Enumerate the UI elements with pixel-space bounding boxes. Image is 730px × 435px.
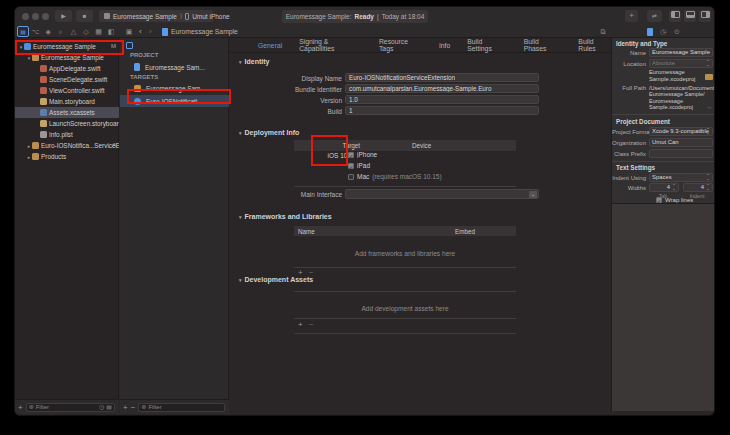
frameworks-empty-text: Add frameworks and libraries here bbox=[294, 250, 516, 257]
navigator-row-launchscreen-storyboard[interactable]: LaunchScreen.storyboard bbox=[15, 118, 119, 129]
tests-icon[interactable]: ◇ bbox=[80, 26, 92, 37]
navigator-row-euromessage-sample[interactable]: ▾Euromessage SampleM bbox=[15, 41, 119, 52]
target-name: Euro-IOSNotificati... bbox=[146, 98, 202, 105]
target-item-2[interactable]: Euro-IOSNotificati... bbox=[120, 95, 229, 107]
help-inspector-icon[interactable]: ⊙ bbox=[671, 26, 683, 37]
editor-layout-button[interactable]: ⇄ bbox=[647, 10, 662, 22]
close-button[interactable] bbox=[22, 13, 29, 20]
navigator-filter-field[interactable]: ⊛ Filter ◷ ▤ bbox=[26, 403, 115, 412]
file-name: SceneDelegate.swift bbox=[49, 76, 107, 83]
target-item-1[interactable]: Euromessage Sam... bbox=[120, 82, 229, 94]
name-label: Name bbox=[612, 50, 646, 56]
indent-using-dropdown[interactable]: Spaces⌃ ⌄ bbox=[649, 173, 713, 182]
location-dropdown[interactable]: Absolute⌃ ⌄ bbox=[649, 59, 713, 68]
name-field[interactable]: Euromessage Sample bbox=[649, 48, 713, 57]
target-name: Euromessage Sam... bbox=[146, 85, 206, 92]
remove-dev-asset-button[interactable]: − bbox=[309, 320, 314, 329]
display-name-label: Display Name bbox=[230, 75, 342, 82]
scm-status-icon[interactable]: ▤ bbox=[106, 403, 112, 411]
history-inspector-icon[interactable]: ◷ bbox=[657, 26, 669, 37]
mac-checkbox[interactable] bbox=[348, 174, 354, 180]
project-format-dropdown[interactable]: Xcode 9.3-compatible⌃ ⌄ bbox=[649, 127, 713, 136]
project-editor-sidebar-icon[interactable] bbox=[126, 42, 133, 49]
scheme-selector[interactable]: Euromessage Sample 〉 Umut iPhone bbox=[99, 10, 213, 22]
issues-icon[interactable]: △ bbox=[67, 26, 79, 37]
related-items-icon[interactable]: ▣ bbox=[123, 26, 135, 37]
tab-signing-capabilities[interactable]: Signing & Capabilities bbox=[299, 38, 362, 52]
source-control-icon[interactable]: ⌥ bbox=[30, 26, 42, 37]
file-name: Assets.xcassets bbox=[49, 109, 95, 116]
navigator-row-euro-iosnotifica-serviceextension[interactable]: ▸Euro-IOSNotifica...ServiceExtensionA bbox=[15, 140, 119, 151]
scheme-icon bbox=[104, 13, 110, 19]
navigator-row-info-plist[interactable]: Info.plist bbox=[15, 129, 119, 140]
stop-button[interactable]: ■ bbox=[76, 10, 93, 22]
recent-files-icon[interactable]: ◷ bbox=[99, 403, 104, 411]
project-navigator-icon[interactable]: ▤ bbox=[17, 26, 29, 37]
dev-assets-section-header[interactable]: ▾Development Assets bbox=[239, 276, 313, 283]
navigator-row-assets-xcassets[interactable]: Assets.xcassets bbox=[15, 107, 119, 118]
run-destination: Umut iPhone bbox=[192, 13, 230, 20]
indent-width-stepper[interactable]: 4⌃ ⌄ bbox=[683, 183, 713, 192]
add-file-button[interactable]: + bbox=[15, 400, 26, 415]
navigator-row-appdelegate-swift[interactable]: AppDelegate.swift bbox=[15, 63, 119, 74]
iphone-checkbox[interactable]: ✓ bbox=[348, 152, 354, 158]
remove-target-button[interactable]: − bbox=[131, 400, 139, 415]
bundle-identifier-field[interactable]: com.umutcanalparslan.Euromessage-Sample.… bbox=[345, 84, 539, 93]
add-editor-button[interactable]: + bbox=[625, 10, 638, 22]
toggle-inspector-button[interactable] bbox=[699, 10, 711, 22]
symbols-icon[interactable]: ◈ bbox=[42, 26, 54, 37]
find-icon[interactable]: ⌕ bbox=[55, 26, 67, 37]
open-path-arrow-icon[interactable]: → bbox=[706, 104, 712, 110]
file-inspector-icon[interactable] bbox=[647, 28, 653, 36]
frameworks-section-header[interactable]: ▾Frameworks and Libraries bbox=[239, 213, 332, 220]
add-dev-asset-button[interactable]: + bbox=[298, 320, 303, 329]
tab-build-phases[interactable]: Build Phases bbox=[524, 38, 562, 52]
navigator-row-viewcontroller-swift[interactable]: ViewController.swift bbox=[15, 85, 119, 96]
navigator-row-products[interactable]: ▸Products bbox=[15, 151, 119, 162]
file-name: Euromessage Sample bbox=[41, 54, 104, 61]
add-target-button[interactable]: + bbox=[120, 400, 131, 415]
device-row-ipad: ✓iPad bbox=[348, 162, 370, 169]
navigator-row-main-storyboard[interactable]: Main.storyboard bbox=[15, 96, 119, 107]
navigator-bar: ▤⌥◈⌕△◇▦◧ ▣ ‹ › Euromessage Sample ⧉ ◷ ⊙ bbox=[15, 25, 714, 38]
minimize-button[interactable] bbox=[32, 13, 39, 20]
main-interface-dropdown[interactable]: ⌄ bbox=[345, 189, 539, 199]
inspector-library-area bbox=[612, 203, 715, 411]
tab-info[interactable]: Info bbox=[439, 42, 450, 49]
toggle-navigator-button[interactable] bbox=[669, 10, 681, 22]
tab-build-settings[interactable]: Build Settings bbox=[467, 38, 506, 52]
toggle-debug-area-button[interactable] bbox=[684, 10, 696, 22]
forward-button[interactable]: › bbox=[149, 26, 152, 37]
breakpoints-icon[interactable]: ◧ bbox=[105, 26, 117, 37]
project-file-icon bbox=[134, 63, 140, 71]
text-settings-header: Text Settings bbox=[616, 164, 655, 171]
activity-status: Euromessage Sample: Ready | Today at 18:… bbox=[282, 10, 428, 23]
deployment-section-header[interactable]: ▾Deployment Info bbox=[239, 129, 299, 136]
navigator-row-scenedelegate-swift[interactable]: SceneDelegate.swift bbox=[15, 74, 119, 85]
tab-width-stepper[interactable]: 4⌃ ⌄ bbox=[649, 183, 679, 192]
build-field[interactable]: 1 bbox=[345, 106, 539, 115]
organization-field[interactable]: Umut Can bbox=[649, 138, 713, 147]
editor-options-icon[interactable]: ⧉ bbox=[597, 26, 609, 37]
ipad-checkbox[interactable]: ✓ bbox=[348, 163, 354, 169]
targets-filter-field[interactable]: ⊛ Filter bbox=[138, 403, 225, 412]
display-name-field[interactable]: Euro-IOSNotificationServiceExtension bbox=[345, 73, 539, 82]
device-note: (requires macOS 10.15) bbox=[372, 173, 441, 180]
run-button[interactable]: ▶ bbox=[55, 10, 72, 22]
tab-resource-tags[interactable]: Resource Tags bbox=[379, 38, 422, 52]
zoom-button[interactable] bbox=[42, 13, 49, 20]
jumpbar-file-name[interactable]: Euromessage Sample bbox=[171, 26, 238, 37]
tab-build-rules[interactable]: Build Rules bbox=[578, 38, 611, 52]
project-file-name: EuromessageSample.xcodeproj bbox=[649, 69, 695, 82]
navigator-row-euromessage-sample[interactable]: ▾Euromessage Sample bbox=[15, 52, 119, 63]
target-column-header: Target bbox=[314, 142, 360, 149]
reveal-in-finder-icon[interactable] bbox=[705, 74, 713, 80]
project-document-header: Project Document bbox=[616, 118, 670, 125]
class-prefix-field[interactable] bbox=[649, 149, 713, 158]
version-field[interactable]: 1.0 bbox=[345, 95, 539, 104]
identity-section-header[interactable]: ▾Identity bbox=[239, 58, 269, 65]
back-button[interactable]: ‹ bbox=[139, 26, 142, 37]
tab-general[interactable]: General bbox=[258, 42, 282, 49]
debug-icon[interactable]: ▦ bbox=[93, 26, 105, 37]
status-state: Ready bbox=[354, 13, 374, 20]
